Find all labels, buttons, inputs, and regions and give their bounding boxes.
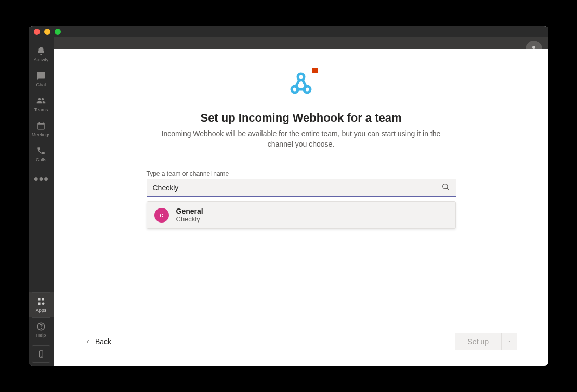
window-close-button[interactable] [34, 29, 40, 35]
nav-label: Activity [34, 57, 49, 62]
chat-icon [36, 71, 46, 81]
nav-meetings[interactable]: Meetings [29, 116, 54, 141]
search-label: Type a team or channel name [147, 170, 456, 177]
chevron-down-icon [507, 338, 512, 344]
team-avatar: c [154, 208, 169, 223]
nav-label: Teams [34, 107, 48, 112]
nav-apps[interactable]: Apps [29, 292, 54, 317]
team-name: Checkly [176, 215, 203, 223]
nav-label: Meetings [32, 132, 51, 137]
nav-chat[interactable]: Chat [29, 67, 54, 92]
app-rail: Activity Chat Teams Meetings [29, 37, 54, 366]
svg-point-8 [442, 184, 447, 189]
office-badge-icon [312, 68, 318, 73]
titlebar [29, 26, 548, 37]
help-icon [36, 321, 46, 332]
modal-footer: Back Set up [85, 322, 517, 350]
nav-more[interactable]: ●●● [29, 166, 54, 191]
nav-label: Help [36, 333, 46, 338]
svg-line-9 [447, 188, 449, 190]
back-button[interactable]: Back [85, 337, 111, 346]
team-search-input[interactable] [153, 184, 441, 192]
apps-icon [36, 296, 46, 307]
channel-name: General [176, 207, 203, 215]
nav-help[interactable]: Help [29, 317, 54, 342]
search-input-row[interactable] [147, 179, 456, 197]
calendar-icon [36, 121, 46, 131]
phone-icon [36, 146, 46, 156]
modal-overlay: Set up Incoming Webhook for a team Incom… [54, 49, 548, 366]
back-label: Back [95, 337, 111, 346]
window-maximize-button[interactable] [55, 29, 61, 35]
people-icon [36, 96, 46, 106]
search-result-item[interactable]: c General Checkly [147, 202, 455, 228]
mobile-icon [37, 350, 45, 358]
setup-button[interactable]: Set up [455, 333, 501, 350]
search-icon [441, 182, 450, 193]
app-body: Activity Chat Teams Meetings [29, 37, 548, 366]
nav-calls[interactable]: Calls [29, 141, 54, 166]
team-search-section: Type a team or channel name c General [147, 170, 456, 229]
window-minimize-button[interactable] [44, 29, 50, 35]
nav-download-mobile[interactable] [32, 345, 50, 363]
setup-dropdown-button[interactable] [501, 333, 517, 350]
modal-subtitle: Incoming Webhook will be available for t… [155, 129, 447, 149]
ellipsis-icon: ●●● [34, 174, 49, 184]
nav-teams[interactable]: Teams [29, 92, 54, 116]
webhook-app-icon [287, 70, 314, 97]
nav-label: Calls [36, 157, 46, 162]
result-info: General Checkly [176, 207, 203, 223]
svg-point-1 [41, 328, 42, 329]
setup-webhook-modal: Set up Incoming Webhook for a team Incom… [54, 49, 548, 366]
nav-label: Apps [36, 308, 47, 313]
nav-label: Chat [36, 82, 46, 87]
setup-button-group: Set up [455, 333, 517, 350]
search-results-dropdown: c General Checkly [147, 201, 456, 229]
nav-activity[interactable]: Activity [29, 42, 54, 67]
chevron-left-icon [85, 338, 91, 345]
bell-icon [36, 46, 46, 56]
modal-title: Set up Incoming Webhook for a team [85, 111, 517, 125]
app-window: Activity Chat Teams Meetings [29, 26, 548, 366]
